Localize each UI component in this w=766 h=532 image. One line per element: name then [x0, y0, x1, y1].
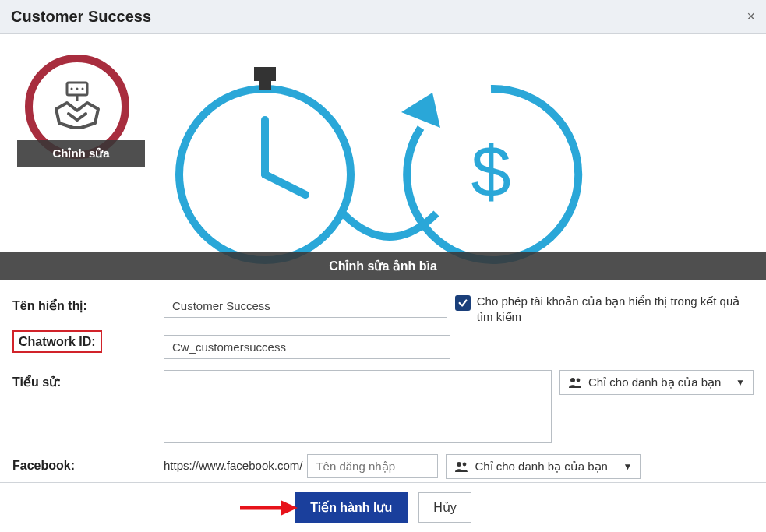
svg-marker-16 [281, 500, 298, 516]
facebook-privacy-dropdown[interactable]: Chỉ cho danh bạ của bạn ▼ [446, 454, 641, 479]
search-visible-label: Cho phép tài khoản của bạn hiển thị tron… [477, 294, 754, 324]
chatwork-id-input[interactable] [164, 335, 450, 359]
row-chatwork-id: Chatwork ID: [12, 335, 754, 359]
row-display-name: Tên hiển thị: Cho phép tài khoản của bạn… [12, 294, 754, 324]
dialog-title: Customer Success [11, 8, 151, 26]
row-bio: Tiểu sử: Chỉ cho danh bạ của bạn ▼ [12, 370, 754, 443]
profile-form: Tên hiển thị: Cho phép tài khoản của bạn… [0, 280, 766, 479]
dialog-header: Customer Success × [0, 0, 766, 34]
checkbox-checked-icon[interactable] [455, 295, 471, 311]
svg-point-11 [570, 378, 575, 382]
cover-area: $ Chỉnh sửa Chỉnh sửa ảnh bìa [0, 34, 766, 280]
svg-point-8 [71, 88, 73, 90]
chatwork-id-label: Chatwork ID: [12, 330, 102, 353]
display-name-input[interactable] [164, 294, 447, 318]
chevron-down-icon: ▼ [623, 461, 633, 472]
svg-point-10 [82, 88, 84, 90]
svg-rect-2 [259, 81, 271, 90]
privacy-label: Chỉ cho danh bạ của bạn [475, 460, 607, 474]
cancel-button[interactable]: Hủy [418, 492, 471, 523]
facebook-url-prefix: https://www.facebook.com/ [164, 454, 302, 472]
search-visible-option[interactable]: Cho phép tài khoản của bạn hiển thị tron… [455, 294, 754, 324]
contacts-icon [454, 460, 468, 473]
svg-text:$: $ [471, 132, 510, 211]
bio-label: Tiểu sử: [12, 370, 164, 389]
bio-privacy-dropdown[interactable]: Chỉ cho danh bạ của bạn ▼ [559, 370, 754, 395]
avatar-edit-button[interactable]: Chỉnh sửa [17, 140, 145, 167]
svg-point-9 [76, 88, 79, 90]
contacts-icon [568, 376, 582, 389]
display-name-label: Tên hiển thị: [12, 294, 164, 313]
cover-illustration-icon: $ [171, 50, 592, 276]
facebook-label: Facebook: [12, 454, 164, 473]
save-button[interactable]: Tiến hành lưu [295, 492, 408, 523]
action-bar: Tiến hành lưu Hủy [0, 482, 766, 532]
svg-line-4 [265, 174, 305, 195]
annotation-arrow-icon [237, 497, 298, 519]
svg-rect-1 [254, 67, 276, 81]
facebook-username-input[interactable] [307, 454, 438, 478]
bio-textarea[interactable] [164, 370, 552, 443]
svg-point-14 [463, 463, 467, 467]
close-icon[interactable]: × [747, 9, 755, 25]
privacy-label: Chỉ cho danh bạ của bạn [588, 375, 721, 389]
svg-point-12 [577, 379, 581, 382]
svg-point-13 [457, 462, 461, 467]
chevron-down-icon: ▼ [736, 377, 745, 388]
avatar-block: Chỉnh sửa [17, 55, 137, 167]
svg-marker-5 [401, 93, 440, 128]
cover-edit-button[interactable]: Chỉnh sửa ảnh bìa [0, 252, 766, 280]
handshake-icon [50, 79, 104, 134]
row-facebook: Facebook: https://www.facebook.com/ Chỉ … [12, 454, 754, 479]
